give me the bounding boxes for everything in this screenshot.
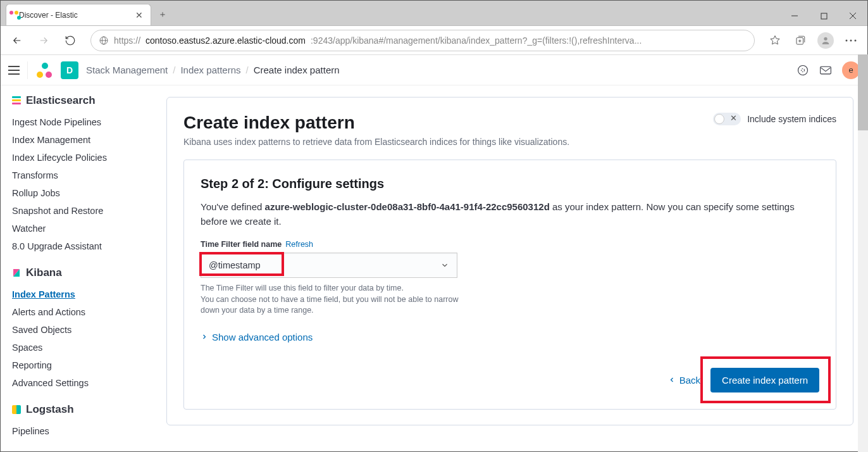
- help-text-1: The Time Filter will use this field to f…: [201, 283, 466, 294]
- url-scheme: https://: [114, 35, 140, 46]
- show-advanced-link[interactable]: Show advanced options: [201, 332, 819, 342]
- sidebar: Elasticsearch Ingest Node PipelinesIndex…: [1, 85, 152, 451]
- sidebar-item[interactable]: Transforms: [12, 166, 141, 184]
- sidebar-item[interactable]: Index Management: [12, 131, 141, 149]
- url-host: contoso.eastus2.azure.elastic-cloud.com: [146, 35, 306, 46]
- nav-refresh-button[interactable]: [59, 29, 82, 52]
- user-avatar[interactable]: e: [842, 61, 860, 79]
- window-maximize[interactable]: [809, 6, 838, 25]
- breadcrumb-item[interactable]: Index patterns: [180, 65, 240, 75]
- back-button[interactable]: Back: [668, 375, 700, 386]
- page-title: Create index pattern: [183, 113, 569, 133]
- browser-tab[interactable]: Discover - Elastic ✕: [6, 4, 151, 25]
- window-close[interactable]: [838, 6, 867, 25]
- time-filter-select[interactable]: @timestamp: [201, 253, 457, 278]
- svg-point-15: [798, 65, 808, 75]
- tab-title: Discover - Elastic: [19, 11, 130, 20]
- svg-rect-1: [821, 13, 827, 19]
- sidebar-item[interactable]: Index Patterns: [12, 286, 141, 303]
- sidebar-item[interactable]: Rollup Jobs: [12, 184, 141, 202]
- help-text-2: You can choose not to have a time field,…: [201, 294, 466, 317]
- nav-back-button[interactable]: [6, 29, 28, 52]
- mail-icon[interactable]: [819, 65, 832, 75]
- space-badge[interactable]: D: [61, 61, 78, 79]
- browser-address-bar: https://contoso.eastus2.azure.elastic-cl…: [1, 26, 867, 55]
- url-path: :9243/app/kibana#/management/kibana/inde…: [311, 35, 642, 46]
- toggle-label: Include system indices: [747, 114, 836, 124]
- select-value: @timestamp: [209, 260, 261, 270]
- refresh-link[interactable]: Refresh: [285, 240, 313, 249]
- sidebar-section-elasticsearch: Elasticsearch: [12, 94, 141, 107]
- window-minimize[interactable]: [780, 6, 809, 25]
- profile-icon[interactable]: [814, 29, 837, 52]
- feedback-icon[interactable]: [797, 64, 809, 77]
- scrollbar[interactable]: [858, 54, 868, 452]
- elastic-logo[interactable]: [35, 61, 53, 79]
- sidebar-item[interactable]: Saved Objects: [12, 321, 141, 339]
- breadcrumb-item[interactable]: Stack Management: [86, 65, 168, 75]
- url-bar[interactable]: https://contoso.eastus2.azure.elastic-cl…: [90, 30, 755, 51]
- sidebar-item[interactable]: 8.0 Upgrade Assistant: [12, 237, 141, 255]
- kibana-icon: [12, 268, 21, 277]
- sidebar-item[interactable]: Index Lifecycle Policies: [12, 149, 141, 166]
- sidebar-item[interactable]: Watcher: [12, 220, 141, 237]
- close-tab-icon[interactable]: ✕: [135, 10, 143, 20]
- collections-icon[interactable]: [789, 29, 812, 52]
- svg-rect-17: [821, 66, 831, 74]
- include-system-toggle[interactable]: ✕: [713, 113, 741, 125]
- sidebar-item[interactable]: Snapshot and Restore: [12, 202, 141, 220]
- time-filter-label: Time Filter field name Refresh: [201, 240, 819, 249]
- chevron-down-icon: [440, 261, 449, 270]
- logstash-icon: [12, 405, 21, 414]
- browser-titlebar: Discover - Elastic ✕ ＋: [1, 1, 867, 26]
- globe-icon: [99, 35, 109, 46]
- svg-point-8: [824, 37, 827, 40]
- sidebar-item[interactable]: Reporting: [12, 356, 141, 374]
- breadcrumbs: Stack Management / Index patterns / Crea…: [86, 65, 340, 75]
- svg-point-9: [846, 39, 848, 41]
- sidebar-section-kibana: Kibana: [12, 267, 141, 279]
- menu-icon[interactable]: [8, 66, 20, 75]
- elasticsearch-icon: [12, 96, 21, 105]
- sidebar-section-logstash: Logstash: [12, 403, 141, 416]
- sidebar-item[interactable]: Spaces: [12, 339, 141, 356]
- sidebar-item[interactable]: Alerts and Actions: [12, 303, 141, 321]
- sidebar-item[interactable]: Advanced Settings: [12, 374, 141, 392]
- sidebar-item[interactable]: Ingest Node Pipelines: [12, 113, 141, 131]
- step-title: Step 2 of 2: Configure settings: [201, 177, 819, 191]
- svg-point-16: [802, 68, 805, 72]
- sidebar-item[interactable]: Pipelines: [12, 422, 141, 440]
- nav-forward-button: [32, 29, 55, 52]
- create-index-pattern-button[interactable]: Create index pattern: [710, 368, 819, 392]
- main-panel: Create index pattern Kibana uses index p…: [152, 85, 867, 451]
- page-subtitle: Kibana uses index patterns to retrieve d…: [183, 137, 569, 147]
- more-icon[interactable]: [840, 29, 862, 52]
- step-description: You've defined azure-weblogic-cluster-0d…: [201, 200, 819, 229]
- svg-point-10: [850, 39, 852, 41]
- favorites-icon[interactable]: [764, 29, 786, 52]
- breadcrumb-current: Create index pattern: [254, 65, 340, 75]
- svg-point-11: [855, 39, 857, 41]
- new-tab-button[interactable]: ＋: [154, 6, 171, 23]
- app-header: D Stack Management / Index patterns / Cr…: [1, 55, 867, 85]
